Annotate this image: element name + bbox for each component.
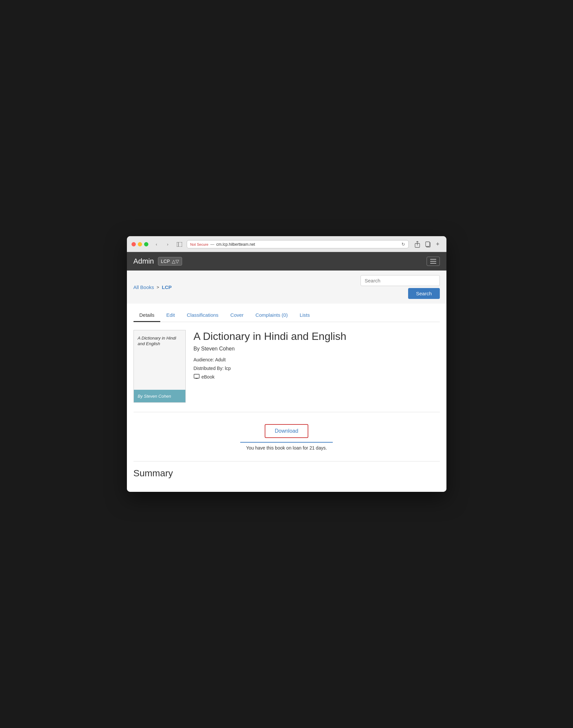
browser-chrome: ‹ › Not Secure — cm.lcp.hilbertteam.net … bbox=[127, 236, 447, 252]
book-format: eBook bbox=[194, 373, 440, 382]
tab-classifications[interactable]: Classifications bbox=[181, 309, 224, 322]
close-traffic-light[interactable] bbox=[132, 242, 136, 246]
admin-title: Admin bbox=[134, 257, 154, 266]
address-url: cm.lcp.hilbertteam.net bbox=[216, 242, 255, 247]
tabs: Details Edit Classifications Cover Compl… bbox=[134, 303, 440, 322]
app-header: Admin LCP △▽ bbox=[127, 252, 447, 271]
cover-author: By Steven Cohen bbox=[138, 394, 171, 399]
format-value: eBook bbox=[202, 373, 215, 381]
address-separator: — bbox=[210, 242, 214, 247]
download-button[interactable]: Download bbox=[265, 424, 308, 438]
divider-1 bbox=[134, 412, 440, 412]
download-section: Download You have this book on loan for … bbox=[134, 417, 440, 456]
tab-cover[interactable]: Cover bbox=[224, 309, 250, 322]
divider-2 bbox=[134, 461, 440, 461]
back-button[interactable]: ‹ bbox=[152, 241, 161, 248]
hamburger-line-1 bbox=[430, 259, 436, 260]
audience-label: Audience: bbox=[194, 357, 214, 362]
breadcrumb-current: LCP bbox=[162, 284, 172, 290]
hamburger-button[interactable] bbox=[427, 257, 440, 266]
book-distributed: Distributed By: lcp bbox=[194, 364, 440, 373]
breadcrumb-separator: > bbox=[157, 285, 159, 290]
tab-complaints[interactable]: Complaints (0) bbox=[250, 309, 294, 322]
book-cover: A Dictionary in Hindi and English By Ste… bbox=[134, 330, 186, 403]
traffic-lights bbox=[132, 242, 148, 246]
new-tab-button[interactable]: + bbox=[434, 241, 442, 248]
search-button[interactable]: Search bbox=[408, 288, 440, 299]
summary-section: Summary bbox=[134, 468, 440, 479]
browser-window: ‹ › Not Secure — cm.lcp.hilbertteam.net … bbox=[127, 236, 447, 492]
summary-title: Summary bbox=[134, 468, 440, 479]
hamburger-line-2 bbox=[430, 261, 436, 262]
not-secure-label: Not Secure bbox=[190, 242, 209, 246]
reload-icon[interactable]: ↻ bbox=[402, 242, 405, 247]
browser-actions: + bbox=[413, 241, 442, 248]
book-audience: Audience: Adult bbox=[194, 356, 440, 364]
cover-text-area: A Dictionary in Hindi and English bbox=[134, 330, 186, 390]
tab-details[interactable]: Details bbox=[134, 309, 161, 322]
book-author: By Steven Cohen bbox=[194, 346, 440, 352]
duplicate-button[interactable] bbox=[423, 241, 432, 248]
cover-title: A Dictionary in Hindi and English bbox=[138, 336, 181, 347]
maximize-traffic-light[interactable] bbox=[144, 242, 148, 246]
cover-author-area: By Steven Cohen bbox=[134, 390, 186, 402]
hamburger-line-3 bbox=[430, 263, 436, 264]
sidebar-toggle-button[interactable] bbox=[175, 241, 184, 248]
svg-rect-0 bbox=[177, 242, 182, 247]
svg-rect-5 bbox=[194, 374, 199, 378]
app-header-left: Admin LCP △▽ bbox=[134, 257, 183, 266]
search-form: Search bbox=[361, 275, 440, 299]
book-title: A Dictionary in Hindi and English bbox=[194, 330, 440, 342]
minimize-traffic-light[interactable] bbox=[138, 242, 142, 246]
breadcrumb: All Books > LCP bbox=[134, 284, 172, 290]
search-area: All Books > LCP Search bbox=[127, 271, 447, 303]
library-selector-label: LCP bbox=[161, 259, 170, 264]
book-info: A Dictionary in Hindi and English By Ste… bbox=[194, 330, 440, 403]
browser-toolbar: ‹ › Not Secure — cm.lcp.hilbertteam.net … bbox=[132, 240, 442, 248]
distributed-label: Distributed By: bbox=[194, 366, 224, 371]
loan-text: You have this book on loan for 21 days. bbox=[246, 445, 327, 451]
book-detail: A Dictionary in Hindi and English By Ste… bbox=[134, 330, 440, 403]
tab-lists[interactable]: Lists bbox=[294, 309, 316, 322]
svg-rect-4 bbox=[426, 242, 430, 246]
main-content: Details Edit Classifications Cover Compl… bbox=[127, 303, 447, 492]
audience-value: Adult bbox=[215, 357, 226, 362]
breadcrumb-all-books[interactable]: All Books bbox=[134, 284, 154, 290]
address-bar[interactable]: Not Secure — cm.lcp.hilbertteam.net ↻ bbox=[187, 240, 409, 248]
search-input[interactable] bbox=[361, 275, 440, 286]
book-meta: Audience: Adult Distributed By: lcp bbox=[194, 356, 440, 381]
library-selector-arrow: △▽ bbox=[172, 259, 179, 264]
tab-edit[interactable]: Edit bbox=[160, 309, 181, 322]
forward-button[interactable]: › bbox=[164, 241, 172, 248]
share-button[interactable] bbox=[413, 241, 422, 248]
library-selector[interactable]: LCP △▽ bbox=[158, 257, 182, 266]
ebook-icon bbox=[194, 373, 200, 382]
distributed-value: lcp bbox=[225, 366, 231, 371]
